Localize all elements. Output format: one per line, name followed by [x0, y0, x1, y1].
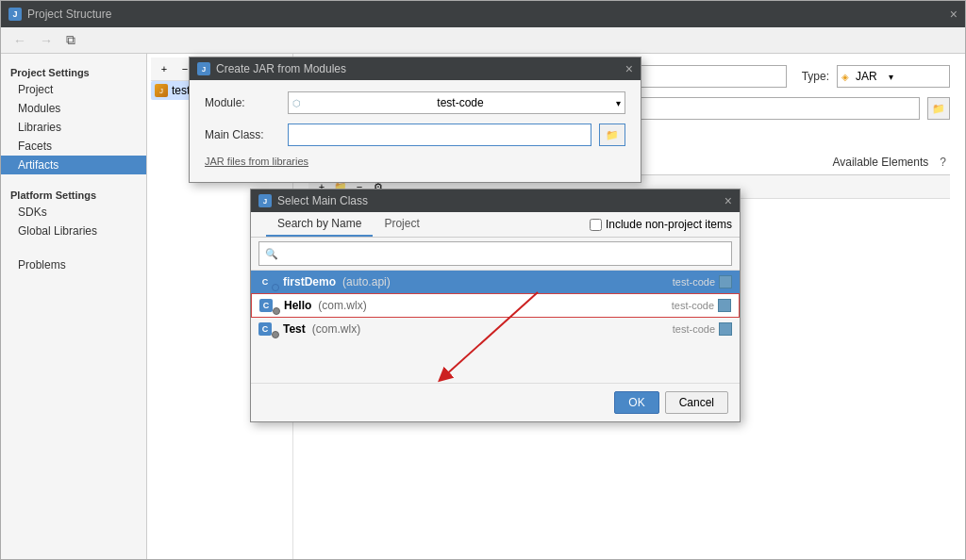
type-label: Type:: [802, 70, 829, 83]
type-dropdown-arrow: ▾: [889, 72, 893, 82]
project-settings-title: Project Settings: [1, 61, 146, 80]
class-item-firstdemo-left: C firstDemo (auto.api): [258, 274, 391, 289]
class-icon-firstdemo: C: [258, 274, 279, 289]
class-item-firstdemo[interactable]: C firstDemo (auto.api) test-code: [251, 271, 740, 293]
select-main-class-dialog: J Select Main Class × Search by Name Pro…: [250, 189, 741, 422]
class-name-hello: Hello: [284, 299, 311, 312]
search-area: 🔍: [251, 238, 740, 270]
create-jar-icon: J: [197, 62, 210, 75]
class-module-test: test-code: [673, 322, 732, 336]
class-qualifier-hello: (com.wlx): [318, 299, 366, 312]
nav-bar: ← → ⧉: [1, 27, 965, 54]
sidebar-item-problems[interactable]: Problems: [1, 255, 146, 274]
select-class-tabs: Search by Name Project: [258, 212, 439, 237]
class-qualifier-test: (com.wlx): [312, 322, 360, 336]
module-value: test-code: [437, 96, 483, 109]
sidebar-item-libraries[interactable]: Libraries: [1, 118, 146, 137]
sidebar-item-global-libraries[interactable]: Global Libraries: [1, 222, 146, 240]
window-close-button[interactable]: ×: [950, 7, 958, 22]
sidebar-item-project[interactable]: Project: [1, 80, 146, 99]
create-jar-body: Module: ⬡ test-code ▾ Main Class: 📁 JAR …: [190, 80, 641, 182]
type-value: JAR: [856, 70, 877, 83]
sidebar-item-facets[interactable]: Facets: [1, 137, 146, 156]
search-icon: 🔍: [265, 248, 278, 260]
intellij-icon: J: [8, 8, 22, 21]
class-list: C firstDemo (auto.api) test-code C Hello…: [251, 270, 740, 383]
include-non-project-row: Include non-project items: [590, 218, 732, 231]
create-jar-title-bar: J Create JAR from Modules ×: [190, 58, 641, 80]
module-icon-hello: [718, 299, 731, 312]
create-jar-dialog: J Create JAR from Modules × Module: ⬡ te…: [189, 57, 641, 183]
title-bar: J Project Structure ×: [1, 1, 965, 27]
class-item-test-left: C Test (com.wlx): [258, 321, 360, 337]
create-jar-title: Create JAR from Modules: [216, 62, 346, 75]
class-c-icon-hello: C: [259, 299, 273, 312]
class-module-hello: test-code: [672, 299, 731, 312]
main-class-input[interactable]: [288, 124, 591, 146]
class-icon-test: C: [258, 321, 279, 337]
class-item-test[interactable]: C Test (com.wlx) test-code: [251, 318, 740, 340]
forward-button[interactable]: →: [35, 31, 58, 50]
class-sub-icon-hello: [273, 307, 280, 315]
class-sub-icon-test: [272, 331, 279, 338]
sidebar-item-sdks[interactable]: SDKs: [1, 203, 146, 222]
class-qualifier-firstdemo: (auto.api): [342, 275, 391, 288]
search-input[interactable]: [282, 242, 725, 265]
module-name-firstdemo: test-code: [673, 276, 715, 288]
include-non-project-label: Include non-project items: [606, 218, 732, 231]
main-class-row: Main Class: 📁: [205, 124, 625, 146]
module-icon-test: [719, 322, 732, 336]
class-sub-icon: [272, 284, 279, 291]
jar-files-section-title: JAR files from libraries: [205, 156, 625, 167]
platform-settings-title: Platform Settings: [1, 184, 146, 203]
class-icon-hello: C: [259, 298, 280, 313]
select-class-title: Select Main Class: [277, 194, 368, 207]
module-icon: ⬡: [292, 98, 301, 108]
sidebar-item-modules[interactable]: Modules: [1, 99, 146, 118]
class-name-firstdemo: firstDemo: [283, 275, 336, 288]
copy-button[interactable]: ⧉: [61, 30, 80, 50]
select-class-title-left: J Select Main Class: [258, 194, 368, 207]
select-class-icon: J: [258, 194, 272, 207]
sidebar: Project Settings Project Modules Librari…: [1, 54, 147, 559]
select-class-footer: OK Cancel: [251, 383, 740, 421]
window-title: Project Structure: [27, 8, 111, 21]
include-non-project-checkbox[interactable]: [590, 219, 602, 231]
type-select-icon: ◈: [841, 72, 849, 82]
class-item-hello-left: C Hello (com.wlx): [259, 298, 367, 313]
main-class-label: Main Class:: [205, 128, 280, 141]
module-icon-firstdemo: [719, 275, 732, 288]
back-button[interactable]: ←: [8, 31, 31, 50]
module-row: Module: ⬡ test-code ▾: [205, 91, 625, 114]
ok-button[interactable]: OK: [614, 391, 658, 414]
select-class-title-bar: J Select Main Class ×: [251, 189, 740, 212]
module-name-test: test-code: [673, 323, 715, 335]
class-c-icon-test: C: [258, 322, 272, 336]
available-elements-label: Available Elements: [824, 152, 936, 174]
class-module-firstdemo: test-code: [673, 275, 732, 288]
create-jar-title-left: J Create JAR from Modules: [197, 62, 346, 75]
tab-search-by-name[interactable]: Search by Name: [266, 212, 373, 237]
main-class-browse-button[interactable]: 📁: [599, 124, 625, 146]
output-dir-browse-button[interactable]: 📁: [927, 97, 950, 120]
help-icon[interactable]: ?: [936, 152, 950, 174]
create-jar-close-button[interactable]: ×: [625, 61, 633, 76]
title-bar-left: J Project Structure: [8, 8, 111, 21]
select-class-close-button[interactable]: ×: [724, 193, 732, 208]
class-c-icon: C: [258, 275, 272, 288]
module-name-hello: test-code: [672, 300, 714, 311]
jar-icon: J: [155, 84, 168, 97]
add-artifact-button[interactable]: +: [155, 59, 174, 78]
tab-project[interactable]: Project: [373, 212, 430, 237]
class-name-test: Test: [283, 322, 306, 336]
module-dropdown-arrow: ▾: [616, 98, 621, 108]
module-label: Module:: [205, 96, 280, 109]
cancel-button[interactable]: Cancel: [665, 391, 728, 414]
sidebar-item-artifacts[interactable]: Artifacts: [1, 156, 146, 174]
class-item-hello[interactable]: C Hello (com.wlx) test-code: [251, 293, 740, 318]
type-dropdown[interactable]: ◈ JAR ▾: [837, 65, 950, 88]
module-dropdown[interactable]: ⬡ test-code ▾: [288, 91, 625, 114]
